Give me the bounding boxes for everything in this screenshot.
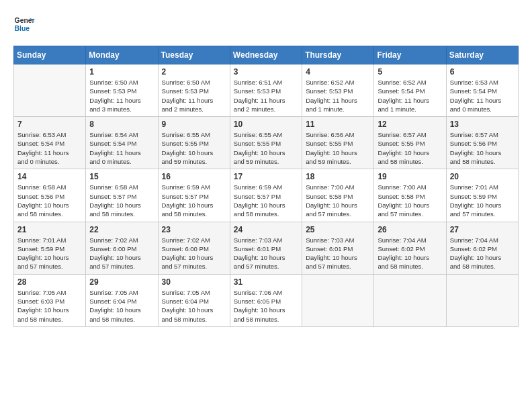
svg-text:Blue: Blue [15,25,30,32]
day-info: Sunrise: 6:58 AM Sunset: 5:56 PM Dayligh… [17,183,82,218]
calendar-cell: 26Sunrise: 7:04 AM Sunset: 6:02 PM Dayli… [374,222,446,274]
week-row-3: 14Sunrise: 6:58 AM Sunset: 5:56 PM Dayli… [14,169,519,222]
calendar-cell: 24Sunrise: 7:03 AM Sunset: 6:01 PM Dayli… [230,222,302,274]
day-number: 15 [89,172,154,181]
logo-icon: General Blue [13,13,35,35]
column-header-sunday: Sunday [14,46,86,64]
calendar-cell: 25Sunrise: 7:03 AM Sunset: 6:01 PM Dayli… [302,222,374,274]
day-info: Sunrise: 6:55 AM Sunset: 5:55 PM Dayligh… [234,130,298,166]
day-info: Sunrise: 6:56 AM Sunset: 5:55 PM Dayligh… [306,130,370,166]
day-info: Sunrise: 7:05 AM Sunset: 6:04 PM Dayligh… [162,288,226,324]
calendar-cell: 16Sunrise: 6:59 AM Sunset: 5:57 PM Dayli… [158,169,230,222]
calendar-cell: 13Sunrise: 6:57 AM Sunset: 5:56 PM Dayli… [446,117,518,169]
calendar-cell: 28Sunrise: 7:05 AM Sunset: 6:03 PM Dayli… [14,274,86,326]
day-info: Sunrise: 7:04 AM Sunset: 6:02 PM Dayligh… [450,236,515,271]
day-info: Sunrise: 7:02 AM Sunset: 6:00 PM Dayligh… [89,236,154,271]
day-info: Sunrise: 7:01 AM Sunset: 5:59 PM Dayligh… [17,236,82,271]
day-number: 20 [450,172,515,181]
day-number: 8 [89,120,154,129]
column-header-thursday: Thursday [302,46,374,64]
calendar-cell [302,274,374,326]
day-info: Sunrise: 6:54 AM Sunset: 5:54 PM Dayligh… [89,130,154,166]
day-number: 16 [162,172,226,181]
day-info: Sunrise: 6:57 AM Sunset: 5:55 PM Dayligh… [378,130,442,166]
calendar-cell: 3Sunrise: 6:51 AM Sunset: 5:53 PM Daylig… [230,64,302,117]
day-number: 27 [450,225,515,234]
logo: General Blue [13,13,35,35]
calendar-cell [374,274,446,326]
calendar-header-row: SundayMondayTuesdayWednesdayThursdayFrid… [14,46,519,64]
calendar-cell: 6Sunrise: 6:53 AM Sunset: 5:54 PM Daylig… [446,64,518,117]
calendar-cell: 14Sunrise: 6:58 AM Sunset: 5:56 PM Dayli… [14,169,86,222]
day-number: 4 [306,67,370,77]
day-number: 26 [378,225,442,234]
day-number: 24 [234,225,298,234]
day-number: 2 [162,67,226,77]
calendar-cell: 19Sunrise: 7:00 AM Sunset: 5:58 PM Dayli… [374,169,446,222]
day-number: 1 [89,67,154,77]
calendar-cell: 2Sunrise: 6:50 AM Sunset: 5:53 PM Daylig… [158,64,230,117]
column-header-wednesday: Wednesday [230,46,302,64]
calendar-cell: 18Sunrise: 7:00 AM Sunset: 5:58 PM Dayli… [302,169,374,222]
calendar-cell: 1Sunrise: 6:50 AM Sunset: 5:53 PM Daylig… [86,64,158,117]
calendar-cell: 21Sunrise: 7:01 AM Sunset: 5:59 PM Dayli… [14,222,86,274]
week-row-2: 7Sunrise: 6:53 AM Sunset: 5:54 PM Daylig… [14,117,519,169]
column-header-tuesday: Tuesday [158,46,230,64]
week-row-5: 28Sunrise: 7:05 AM Sunset: 6:03 PM Dayli… [14,274,519,326]
day-info: Sunrise: 6:50 AM Sunset: 5:53 PM Dayligh… [162,78,226,113]
day-info: Sunrise: 7:01 AM Sunset: 5:59 PM Dayligh… [450,183,515,218]
day-number: 3 [234,67,298,77]
calendar-cell: 7Sunrise: 6:53 AM Sunset: 5:54 PM Daylig… [14,117,86,169]
column-header-friday: Friday [374,46,446,64]
day-number: 5 [378,67,442,77]
calendar-cell: 27Sunrise: 7:04 AM Sunset: 6:02 PM Dayli… [446,222,518,274]
week-row-1: 1Sunrise: 6:50 AM Sunset: 5:53 PM Daylig… [14,64,519,117]
column-header-monday: Monday [86,46,158,64]
day-info: Sunrise: 7:03 AM Sunset: 6:01 PM Dayligh… [306,236,370,271]
calendar-cell: 15Sunrise: 6:58 AM Sunset: 5:57 PM Dayli… [86,169,158,222]
day-number: 11 [306,120,370,129]
day-info: Sunrise: 6:53 AM Sunset: 5:54 PM Dayligh… [450,78,515,113]
day-info: Sunrise: 7:05 AM Sunset: 6:03 PM Dayligh… [17,288,82,324]
week-row-4: 21Sunrise: 7:01 AM Sunset: 5:59 PM Dayli… [14,222,519,274]
day-info: Sunrise: 6:53 AM Sunset: 5:54 PM Dayligh… [17,130,82,166]
calendar-cell: 11Sunrise: 6:56 AM Sunset: 5:55 PM Dayli… [302,117,374,169]
day-info: Sunrise: 6:58 AM Sunset: 5:57 PM Dayligh… [89,183,154,218]
day-info: Sunrise: 7:00 AM Sunset: 5:58 PM Dayligh… [306,183,370,218]
day-number: 23 [162,225,226,234]
calendar-cell: 31Sunrise: 7:06 AM Sunset: 6:05 PM Dayli… [230,274,302,326]
day-info: Sunrise: 6:52 AM Sunset: 5:54 PM Dayligh… [378,78,442,113]
calendar-table: SundayMondayTuesdayWednesdayThursdayFrid… [13,46,519,327]
day-number: 10 [234,120,298,129]
calendar-cell: 10Sunrise: 6:55 AM Sunset: 5:55 PM Dayli… [230,117,302,169]
calendar-cell: 12Sunrise: 6:57 AM Sunset: 5:55 PM Dayli… [374,117,446,169]
calendar-cell: 17Sunrise: 6:59 AM Sunset: 5:57 PM Dayli… [230,169,302,222]
day-info: Sunrise: 7:00 AM Sunset: 5:58 PM Dayligh… [378,183,442,218]
page-header: General Blue [13,13,519,35]
day-info: Sunrise: 7:02 AM Sunset: 6:00 PM Dayligh… [162,236,226,271]
day-number: 25 [306,225,370,234]
day-number: 9 [162,120,226,129]
day-number: 17 [234,172,298,181]
day-number: 19 [378,172,442,181]
day-number: 21 [17,225,82,234]
day-info: Sunrise: 6:55 AM Sunset: 5:55 PM Dayligh… [162,130,226,166]
day-number: 6 [450,67,515,77]
calendar-cell: 8Sunrise: 6:54 AM Sunset: 5:54 PM Daylig… [86,117,158,169]
day-number: 14 [17,172,82,181]
calendar-cell: 4Sunrise: 6:52 AM Sunset: 5:53 PM Daylig… [302,64,374,117]
column-header-saturday: Saturday [446,46,518,64]
day-number: 12 [378,120,442,129]
calendar-cell [14,64,86,117]
calendar-cell [446,274,518,326]
day-info: Sunrise: 6:52 AM Sunset: 5:53 PM Dayligh… [306,78,370,113]
day-number: 13 [450,120,515,129]
calendar-cell: 9Sunrise: 6:55 AM Sunset: 5:55 PM Daylig… [158,117,230,169]
day-number: 31 [234,277,298,287]
day-info: Sunrise: 6:50 AM Sunset: 5:53 PM Dayligh… [89,78,154,113]
day-number: 29 [89,277,154,287]
calendar-cell: 23Sunrise: 7:02 AM Sunset: 6:00 PM Dayli… [158,222,230,274]
calendar-cell: 20Sunrise: 7:01 AM Sunset: 5:59 PM Dayli… [446,169,518,222]
day-info: Sunrise: 6:57 AM Sunset: 5:56 PM Dayligh… [450,130,515,166]
day-info: Sunrise: 6:51 AM Sunset: 5:53 PM Dayligh… [234,78,298,113]
